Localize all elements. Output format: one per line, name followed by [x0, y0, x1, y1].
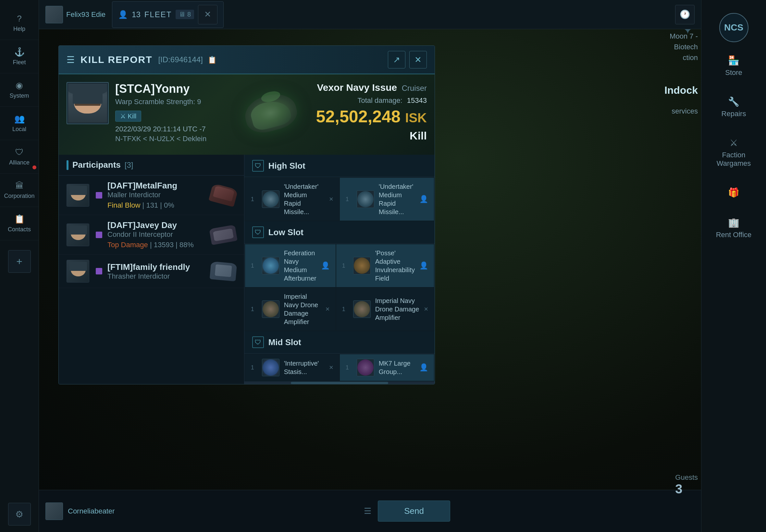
contacts-icon: 📋 — [14, 214, 25, 224]
slot-item[interactable]: 1 MK7 Large Group... 👤 — [340, 354, 434, 381]
sidebar-item-store[interactable]: 🏪 Store — [705, 49, 763, 83]
slot-remove-button[interactable]: × — [329, 363, 333, 372]
sidebar-item-rent-office[interactable]: 🏢 Rent Office — [705, 211, 763, 246]
clock-icon: 🕐 — [680, 9, 690, 19]
repairs-icon: 🔧 — [728, 96, 739, 107]
player-avatar — [45, 6, 63, 23]
scroll-indicator — [244, 381, 435, 384]
fleet-tab[interactable]: 👤 13 FLEET 🖥 8 ✕ — [112, 1, 224, 28]
participant-ship: Thrasher Interdictor — [107, 272, 205, 281]
slot-person-button[interactable]: 👤 — [420, 195, 428, 203]
header-actions: ↗ ✕ — [388, 51, 427, 68]
top-icons: 🕐 — [675, 5, 695, 24]
invuln-icon — [353, 257, 371, 274]
slot-item-name: 'Undertaker' Medium Rapid Missile... — [379, 182, 415, 216]
close-button[interactable]: ✕ — [409, 51, 427, 68]
stasis-icon — [262, 359, 279, 376]
slot-num: 1 — [346, 196, 352, 203]
local-alert-dot — [32, 165, 36, 169]
kill-badge: ⚔ Kill — [115, 111, 141, 122]
participant-info: [FTIM]family friendly Thrasher Interdict… — [107, 262, 205, 281]
mid-slot-title: Mid Slot — [268, 337, 301, 347]
scroll-thumb[interactable] — [291, 382, 388, 384]
gear-icon: ⚙ — [15, 509, 23, 520]
slot-item[interactable]: 1 Imperial Navy Drone Damage Amplifier × — [336, 288, 434, 331]
clock-button[interactable]: 🕐 — [675, 5, 695, 24]
rank-icon — [96, 192, 102, 199]
participants-accent — [67, 160, 68, 170]
participant-row[interactable]: [DAFT]Javey Day Condor II Interceptor To… — [59, 215, 244, 255]
monitor-icon: 🖥 — [179, 11, 185, 18]
chat-format-icon[interactable]: ☰ — [364, 506, 371, 516]
sidebar-item-system[interactable]: ◉ System — [0, 73, 39, 107]
faction-icon: ⚔ — [730, 138, 738, 148]
participant-stats: Final Blow | 131 | 0% — [107, 201, 205, 210]
sidebar-item-local[interactable]: 👥 Local — [0, 107, 39, 140]
missile-icon — [357, 190, 374, 208]
top-damage-label: Top Damage — [107, 241, 148, 249]
ship-icon-small — [210, 186, 236, 205]
low-slot-header: 🛡 Low Slot — [244, 221, 435, 244]
participants-header: Participants [3] — [59, 155, 244, 175]
participant-info: [DAFT]Javey Day Condor II Interceptor To… — [107, 220, 205, 249]
sidebar-item-corporation[interactable]: 🏛 Corporation — [0, 174, 39, 207]
modal-overlay: ☰ KILL REPORT [ID:6946144] 📋 ↗ ✕ — [39, 39, 701, 506]
ship-image — [232, 82, 310, 147]
slot-item[interactable]: 1 'Undertaker' Medium Rapid Missile... × — [245, 178, 339, 221]
export-button[interactable]: ↗ — [388, 51, 406, 68]
participant-name: [DAFT]Javey Day — [107, 220, 205, 230]
participant-row[interactable]: [FTIM]family friendly Thrasher Interdict… — [59, 255, 244, 288]
fleet-badge: 🖥 8 — [176, 10, 194, 19]
slot-person-button[interactable]: 👤 — [420, 261, 428, 270]
drone-amp-icon — [262, 300, 279, 318]
corporation-icon: 🏛 — [15, 181, 24, 191]
warp-scramble: Warp Scramble Strength: 9 — [115, 98, 225, 106]
high-slot-header: 🛡 High Slot — [244, 155, 435, 177]
sidebar-item-fleet[interactable]: ⚓ Fleet — [0, 40, 39, 73]
lower-section: Participants [3] [DAFT]MetalFang Maller … — [59, 155, 435, 384]
slot-num: 1 — [346, 364, 352, 371]
slot-item[interactable]: 1 'Undertaker' Medium Rapid Missile... 👤 — [340, 178, 434, 221]
slot-num: 1 — [251, 364, 257, 371]
mid-slot-icon: 🛡 — [252, 336, 264, 348]
slot-num: 1 — [251, 306, 257, 313]
export-icon: ↗ — [393, 55, 400, 65]
slot-item[interactable]: 1 'Interruptive' Stasis... × — [245, 354, 339, 381]
sidebar-item-faction-wargames[interactable]: ⚔ Faction Wargames — [705, 131, 763, 174]
slot-person-button[interactable]: 👤 — [420, 363, 428, 372]
slot-item[interactable]: 1 Imperial Navy Drone Damage Amplifier × — [245, 288, 335, 331]
menu-icon[interactable]: ☰ — [67, 54, 75, 65]
kill-report-title: KILL REPORT — [80, 54, 152, 65]
slot-person-button[interactable]: 👤 — [321, 261, 330, 270]
left-sidebar: ? Help ⚓ Fleet ◉ System 👥 Local 🛡 Allian… — [0, 0, 39, 532]
kill-location: N-TFXK < N-U2LX < Deklein — [115, 135, 225, 143]
slot-remove-button[interactable]: × — [329, 195, 333, 203]
kill-report-header: ☰ KILL REPORT [ID:6946144] 📋 ↗ ✕ — [59, 46, 435, 74]
slot-remove-button[interactable]: × — [325, 305, 330, 313]
slot-num: 1 — [342, 306, 348, 313]
participant-row[interactable]: [DAFT]MetalFang Maller Interdictor Final… — [59, 175, 244, 215]
participant-avatar — [67, 184, 89, 207]
slot-item[interactable]: 1 Federation Navy Medium Afterburner 👤 — [245, 244, 335, 287]
slot-remove-button[interactable]: × — [424, 305, 428, 313]
sidebar-item-gift[interactable]: 🎁 — [705, 181, 763, 204]
copy-icon[interactable]: 📋 — [208, 56, 216, 64]
gift-icon: 🎁 — [728, 187, 739, 198]
slot-item-name: 'Interruptive' Stasis... — [284, 359, 324, 376]
add-channel-button[interactable]: + — [8, 250, 31, 273]
add-icon: + — [16, 256, 22, 268]
participants-title: Participants — [72, 160, 121, 170]
fleet-close-button[interactable]: ✕ — [198, 5, 217, 24]
sidebar-item-contacts[interactable]: 📋 Contacts — [0, 207, 39, 240]
fleet-player-icon: 👤 — [118, 10, 128, 19]
fleet-icon: ⚓ — [14, 47, 25, 57]
sidebar-item-repairs[interactable]: 🔧 Repairs — [705, 90, 763, 125]
settings-button[interactable]: ⚙ — [8, 503, 31, 526]
participant-avatar — [67, 224, 89, 246]
slot-item[interactable]: 1 'Posse' Adaptive Invulnerability Field… — [336, 244, 434, 287]
ship-type: Cruiser — [402, 84, 427, 92]
sidebar-item-help[interactable]: ? Help — [0, 6, 39, 40]
drone-amp-icon-2 — [353, 300, 371, 318]
ship-stats: Vexor Navy Issue Cruiser Total damage: 1… — [316, 82, 427, 147]
slot-item-name: Federation Navy Medium Afterburner — [284, 249, 316, 283]
